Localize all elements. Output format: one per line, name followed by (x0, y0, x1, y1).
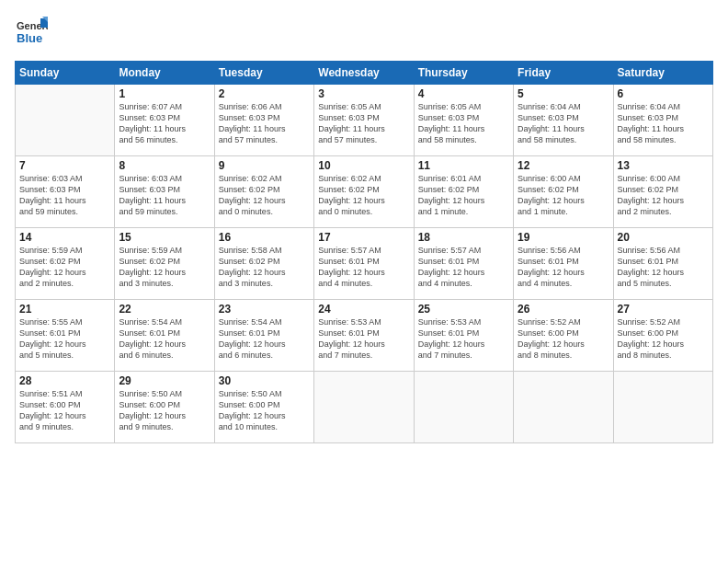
day-header-saturday: Saturday (613, 62, 712, 85)
day-header-thursday: Thursday (414, 62, 513, 85)
day-number: 26 (518, 303, 609, 316)
day-info: Sunrise: 5:58 AM Sunset: 6:02 PM Dayligh… (219, 245, 310, 290)
calendar-cell: 28Sunrise: 5:51 AM Sunset: 6:00 PM Dayli… (16, 372, 115, 443)
day-number: 24 (318, 303, 409, 316)
calendar-cell: 23Sunrise: 5:54 AM Sunset: 6:01 PM Dayli… (214, 300, 313, 372)
page: General Blue SundayMondayTuesdayWednesda… (0, 0, 728, 563)
day-number: 11 (418, 159, 509, 172)
day-info: Sunrise: 5:53 AM Sunset: 6:01 PM Dayligh… (418, 316, 509, 362)
day-info: Sunrise: 6:03 AM Sunset: 6:03 PM Dayligh… (19, 173, 110, 218)
day-header-wednesday: Wednesday (314, 62, 414, 85)
calendar-cell (514, 372, 613, 443)
day-number: 1 (119, 87, 210, 100)
day-info: Sunrise: 5:59 AM Sunset: 6:02 PM Dayligh… (119, 245, 210, 290)
day-number: 6 (618, 87, 709, 100)
day-info: Sunrise: 5:54 AM Sunset: 6:01 PM Dayligh… (119, 316, 210, 362)
day-number: 18 (418, 231, 509, 244)
calendar-cell: 19Sunrise: 5:56 AM Sunset: 6:01 PM Dayli… (514, 228, 613, 300)
day-info: Sunrise: 6:03 AM Sunset: 6:03 PM Dayligh… (119, 173, 210, 218)
day-info: Sunrise: 5:55 AM Sunset: 6:01 PM Dayligh… (19, 316, 110, 362)
calendar-cell: 26Sunrise: 5:52 AM Sunset: 6:00 PM Dayli… (514, 300, 613, 372)
calendar-cell: 25Sunrise: 5:53 AM Sunset: 6:01 PM Dayli… (414, 300, 513, 372)
calendar-week-4: 21Sunrise: 5:55 AM Sunset: 6:01 PM Dayli… (16, 300, 713, 372)
day-number: 2 (219, 87, 310, 100)
day-number: 8 (119, 159, 210, 172)
day-header-sunday: Sunday (16, 62, 115, 85)
calendar-cell: 1Sunrise: 6:07 AM Sunset: 6:03 PM Daylig… (115, 85, 214, 156)
day-info: Sunrise: 5:56 AM Sunset: 6:01 PM Dayligh… (618, 245, 709, 290)
day-info: Sunrise: 6:00 AM Sunset: 6:02 PM Dayligh… (518, 173, 609, 218)
day-number: 20 (618, 231, 709, 244)
calendar-cell: 2Sunrise: 6:06 AM Sunset: 6:03 PM Daylig… (214, 85, 313, 156)
day-number: 14 (19, 231, 110, 244)
day-number: 3 (318, 87, 409, 100)
calendar-cell: 18Sunrise: 5:57 AM Sunset: 6:01 PM Dayli… (414, 228, 513, 300)
calendar-week-5: 28Sunrise: 5:51 AM Sunset: 6:00 PM Dayli… (16, 372, 713, 443)
calendar-cell: 3Sunrise: 6:05 AM Sunset: 6:03 PM Daylig… (314, 85, 414, 156)
day-number: 30 (219, 374, 310, 387)
calendar-week-3: 14Sunrise: 5:59 AM Sunset: 6:02 PM Dayli… (16, 228, 713, 300)
header: General Blue (15, 15, 713, 52)
calendar-cell: 17Sunrise: 5:57 AM Sunset: 6:01 PM Dayli… (314, 228, 414, 300)
day-number: 19 (518, 231, 609, 244)
day-info: Sunrise: 5:50 AM Sunset: 6:00 PM Dayligh… (219, 388, 310, 433)
calendar-cell: 8Sunrise: 6:03 AM Sunset: 6:03 PM Daylig… (115, 156, 214, 228)
logo: General Blue (15, 15, 48, 52)
day-header-friday: Friday (514, 62, 613, 85)
day-number: 27 (618, 303, 709, 316)
calendar-cell: 24Sunrise: 5:53 AM Sunset: 6:01 PM Dayli… (314, 300, 414, 372)
day-number: 17 (318, 231, 409, 244)
day-number: 28 (19, 374, 110, 387)
day-number: 10 (318, 159, 409, 172)
logo-icon: General Blue (15, 15, 48, 48)
day-info: Sunrise: 6:02 AM Sunset: 6:02 PM Dayligh… (219, 173, 310, 218)
calendar-cell (414, 372, 513, 443)
day-info: Sunrise: 5:59 AM Sunset: 6:02 PM Dayligh… (19, 245, 110, 290)
calendar-cell: 4Sunrise: 6:05 AM Sunset: 6:03 PM Daylig… (414, 85, 513, 156)
day-info: Sunrise: 6:00 AM Sunset: 6:02 PM Dayligh… (618, 173, 709, 218)
calendar-cell: 11Sunrise: 6:01 AM Sunset: 6:02 PM Dayli… (414, 156, 513, 228)
calendar-cell (613, 372, 712, 443)
calendar-cell: 22Sunrise: 5:54 AM Sunset: 6:01 PM Dayli… (115, 300, 214, 372)
day-header-tuesday: Tuesday (214, 62, 313, 85)
day-info: Sunrise: 6:04 AM Sunset: 6:03 PM Dayligh… (518, 101, 609, 146)
day-info: Sunrise: 6:06 AM Sunset: 6:03 PM Dayligh… (219, 101, 310, 146)
calendar-cell: 21Sunrise: 5:55 AM Sunset: 6:01 PM Dayli… (16, 300, 115, 372)
calendar-table: SundayMondayTuesdayWednesdayThursdayFrid… (15, 61, 713, 443)
calendar-cell (314, 372, 414, 443)
day-info: Sunrise: 5:57 AM Sunset: 6:01 PM Dayligh… (418, 245, 509, 290)
day-number: 16 (219, 231, 310, 244)
calendar-cell: 16Sunrise: 5:58 AM Sunset: 6:02 PM Dayli… (214, 228, 313, 300)
calendar-cell: 27Sunrise: 5:52 AM Sunset: 6:00 PM Dayli… (613, 300, 712, 372)
day-info: Sunrise: 6:05 AM Sunset: 6:03 PM Dayligh… (418, 101, 509, 146)
day-number: 21 (19, 303, 110, 316)
day-info: Sunrise: 5:56 AM Sunset: 6:01 PM Dayligh… (518, 245, 609, 290)
day-number: 23 (219, 303, 310, 316)
day-number: 25 (418, 303, 509, 316)
day-info: Sunrise: 6:05 AM Sunset: 6:03 PM Dayligh… (318, 101, 409, 146)
day-number: 22 (119, 303, 210, 316)
day-number: 7 (19, 159, 110, 172)
svg-text:Blue: Blue (17, 31, 42, 45)
day-number: 15 (119, 231, 210, 244)
calendar-week-1: 1Sunrise: 6:07 AM Sunset: 6:03 PM Daylig… (16, 85, 713, 156)
day-info: Sunrise: 5:51 AM Sunset: 6:00 PM Dayligh… (19, 388, 110, 433)
day-info: Sunrise: 6:01 AM Sunset: 6:02 PM Dayligh… (418, 173, 509, 218)
day-info: Sunrise: 5:57 AM Sunset: 6:01 PM Dayligh… (318, 245, 409, 290)
day-info: Sunrise: 5:53 AM Sunset: 6:01 PM Dayligh… (318, 316, 409, 362)
calendar-header-row: SundayMondayTuesdayWednesdayThursdayFrid… (16, 62, 713, 85)
calendar-cell: 29Sunrise: 5:50 AM Sunset: 6:00 PM Dayli… (115, 372, 214, 443)
day-info: Sunrise: 5:50 AM Sunset: 6:00 PM Dayligh… (119, 388, 210, 433)
day-number: 4 (418, 87, 509, 100)
day-info: Sunrise: 5:52 AM Sunset: 6:00 PM Dayligh… (618, 316, 709, 362)
calendar-cell: 12Sunrise: 6:00 AM Sunset: 6:02 PM Dayli… (514, 156, 613, 228)
day-number: 5 (518, 87, 609, 100)
calendar-cell: 10Sunrise: 6:02 AM Sunset: 6:02 PM Dayli… (314, 156, 414, 228)
calendar-cell: 13Sunrise: 6:00 AM Sunset: 6:02 PM Dayli… (613, 156, 712, 228)
calendar-cell: 30Sunrise: 5:50 AM Sunset: 6:00 PM Dayli… (214, 372, 313, 443)
day-info: Sunrise: 5:52 AM Sunset: 6:00 PM Dayligh… (518, 316, 609, 362)
day-number: 12 (518, 159, 609, 172)
day-number: 29 (119, 374, 210, 387)
day-number: 9 (219, 159, 310, 172)
calendar-cell: 20Sunrise: 5:56 AM Sunset: 6:01 PM Dayli… (613, 228, 712, 300)
